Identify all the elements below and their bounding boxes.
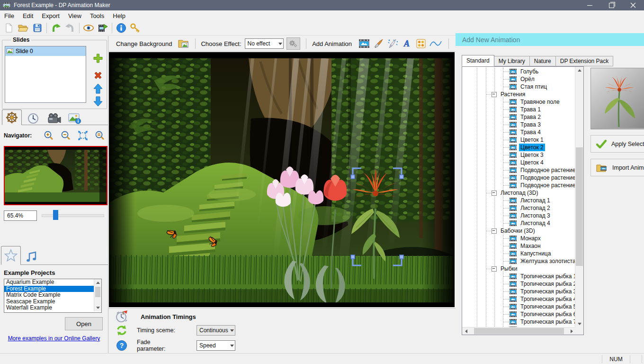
change-background-icon-button[interactable] (178, 38, 189, 49)
add-text-button[interactable]: A (401, 38, 412, 49)
tree-item[interactable]: Растения (462, 91, 575, 98)
zoom-in-button[interactable] (43, 130, 54, 141)
tree-item[interactable]: Бабочки (3D) (462, 227, 575, 235)
zoom-actual-button[interactable] (94, 130, 106, 141)
tree-vertical-scrollbar[interactable] (575, 67, 583, 328)
preview-button[interactable] (82, 22, 95, 34)
tree-item[interactable]: Листопад 1 (462, 197, 575, 204)
tree-item[interactable]: Тропическая рыбка 6 (462, 310, 575, 318)
export-movie-button[interactable] (96, 22, 109, 34)
zoom-slider-track[interactable] (42, 214, 104, 217)
scroll-up-icon[interactable] (94, 279, 101, 286)
menu-item[interactable]: File (0, 11, 18, 20)
tree-item[interactable]: Листопад 4 (462, 219, 575, 227)
add-particles-button[interactable] (415, 38, 427, 49)
move-slide-down-button[interactable] (92, 96, 104, 107)
tree-item[interactable]: Голубь (462, 68, 575, 75)
tree-item[interactable]: Цветок 3 (462, 151, 575, 159)
effect-combobox[interactable]: No effect (245, 38, 284, 49)
scroll-left-icon[interactable] (462, 328, 469, 335)
tree-item[interactable]: Желтушка золотистая (462, 257, 575, 265)
animation-tab[interactable]: Nature (530, 56, 556, 66)
open-button[interactable]: Open (65, 317, 103, 330)
tree-horizontal-scrollbar[interactable] (462, 327, 575, 335)
add-brush-button[interactable] (373, 38, 384, 49)
add-movie-image-button[interactable] (358, 38, 370, 49)
tree-item[interactable]: Листопад (3D) (462, 189, 575, 197)
example-project-item[interactable]: Waterfall Example (4, 305, 94, 311)
tab-music[interactable] (22, 249, 41, 264)
scrollbar-thumb[interactable] (576, 147, 583, 266)
slide-item[interactable]: Slide 0 (5, 46, 86, 56)
tree-item[interactable]: Подводное растение 2 (462, 174, 575, 182)
animation-tab[interactable]: Standard (462, 55, 494, 66)
tree-item[interactable]: Тропическая рыбка 3 (462, 288, 575, 295)
tree-item[interactable]: Листопад 3 (462, 212, 575, 219)
change-background-button[interactable]: Change Background (116, 40, 172, 47)
tree-item[interactable]: Монарх (462, 235, 575, 242)
collapse-expander-icon[interactable] (492, 191, 497, 196)
key-button[interactable] (129, 22, 142, 34)
delete-slide-button[interactable] (92, 70, 104, 81)
tree-item[interactable]: Цветок 2 (462, 144, 575, 151)
menu-item[interactable]: View (64, 11, 86, 20)
example-list-scrollbar[interactable] (94, 279, 101, 311)
save-project-button[interactable] (31, 22, 44, 34)
zoom-slider-handle[interactable] (53, 210, 58, 220)
example-project-item[interactable]: Matrix Code Example (4, 292, 94, 299)
tree-item[interactable]: Тропическая рыбка 5 (462, 303, 575, 310)
collapse-expander-icon[interactable] (492, 266, 497, 272)
collapse-expander-icon[interactable] (492, 92, 497, 97)
tab-slide-settings[interactable] (2, 109, 22, 125)
example-project-item[interactable]: Seascape Example (4, 299, 94, 305)
undo-button[interactable] (49, 22, 63, 34)
scrollbar-thumb[interactable] (474, 328, 564, 334)
menu-item[interactable]: Export (37, 11, 64, 20)
tree-item[interactable]: Трава 1 (462, 106, 575, 113)
open-project-button[interactable] (17, 22, 30, 34)
tree-item[interactable]: Тропическая рыбка 4 (462, 295, 575, 303)
navigator-thumbnail[interactable] (4, 146, 107, 205)
effect-settings-button[interactable] (286, 37, 301, 50)
add-slide-button[interactable] (92, 53, 104, 64)
apply-selected-button[interactable]: Apply Selected (590, 135, 644, 153)
fit-view-button[interactable] (77, 130, 89, 141)
tree-item[interactable]: Подводное растение 3 (462, 182, 575, 189)
restore-button[interactable] (600, 0, 622, 10)
tab-timing[interactable] (24, 112, 43, 125)
menu-item[interactable]: Edit (18, 11, 37, 20)
move-slide-up-button[interactable] (92, 83, 104, 94)
tree-item[interactable]: Тропическая рыбка 7 (462, 318, 575, 326)
collapse-expander-icon[interactable] (492, 228, 497, 234)
import-animation-button[interactable]: Import Animation (590, 159, 644, 176)
tree-item[interactable]: Стая птиц (462, 83, 575, 91)
scrollbar-thumb[interactable] (95, 287, 100, 297)
tab-camera[interactable] (45, 112, 63, 125)
timing-scheme-combobox[interactable]: Continuous (197, 325, 235, 336)
tab-favorites[interactable] (1, 246, 21, 265)
tree-item[interactable]: Тропическая рыбка 1 (462, 273, 575, 280)
example-project-item[interactable]: Forest Example (4, 286, 94, 292)
tree-item[interactable]: Трава 2 (462, 113, 575, 121)
animation-tab[interactable]: DP Extension Pack (556, 56, 614, 66)
tree-item[interactable]: Травяное поле (462, 98, 575, 106)
zoom-value-field[interactable]: 65.4% (4, 210, 37, 221)
minimize-button[interactable] (579, 0, 600, 10)
tree-item[interactable]: Цветок 1 (462, 136, 575, 144)
tree-item[interactable]: Подводное растение 1 (462, 166, 575, 174)
zoom-out-button[interactable] (60, 130, 72, 141)
tree-item[interactable]: Цветок 4 (462, 159, 575, 166)
scroll-down-icon[interactable] (94, 305, 101, 311)
animation-canvas[interactable] (109, 52, 455, 307)
tree-item[interactable]: Трава 3 (462, 121, 575, 128)
online-gallery-link[interactable]: More examples in our Online Gallery (0, 335, 108, 342)
tree-item[interactable]: Тропическая рыбка 2 (462, 280, 575, 288)
info-button[interactable] (115, 22, 128, 34)
tree-item[interactable]: Рыбки (462, 265, 575, 273)
animation-tab[interactable]: My Library (494, 56, 530, 66)
scroll-right-icon[interactable] (568, 328, 575, 335)
tree-item[interactable]: Трава 4 (462, 128, 575, 136)
tree-item[interactable]: Листопад 2 (462, 204, 575, 212)
add-pen-effect-button[interactable] (387, 38, 398, 49)
fade-parameter-combobox[interactable]: Speed (197, 340, 235, 351)
